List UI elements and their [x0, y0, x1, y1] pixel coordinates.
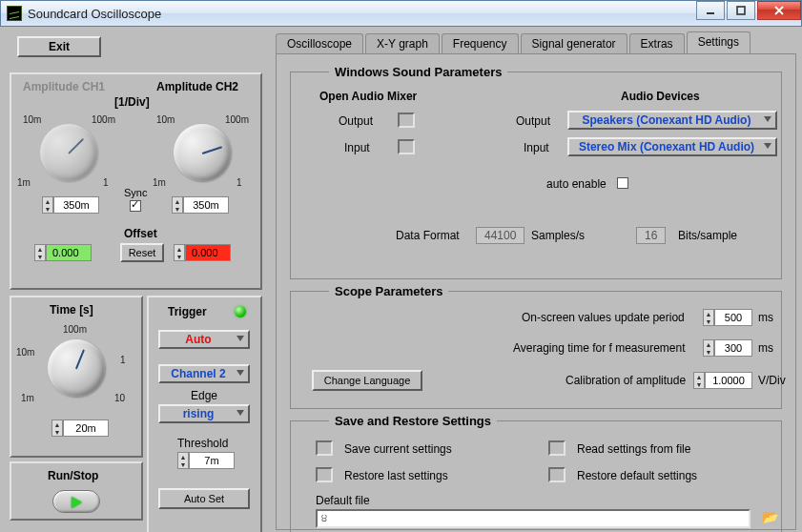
tick: 1 [236, 177, 242, 188]
avg-time-arrows[interactable]: ▲▼ [703, 339, 714, 357]
mixer-output-button[interactable] [398, 113, 415, 128]
tab-oscilloscope[interactable]: Oscilloscope [276, 33, 363, 53]
offset-ch2-arrows[interactable]: ▲▼ [174, 244, 185, 261]
group-scope-params: Scope Parameters On-screen values update… [290, 291, 782, 409]
tick: 10m [156, 114, 175, 125]
vdiv-label: V/Div [758, 374, 786, 387]
minimize-button[interactable] [696, 1, 725, 20]
autoset-button[interactable]: Auto Set [158, 488, 250, 509]
runstop-button[interactable] [52, 490, 100, 513]
ms-1-label: ms [758, 311, 773, 324]
cal-value[interactable] [705, 372, 752, 389]
read-file-button[interactable] [548, 440, 566, 456]
tick: 1 [103, 177, 109, 188]
read-file-label: Read settings from file [577, 442, 690, 456]
amp-ch2-knob[interactable] [174, 124, 231, 181]
trigger-channel-value: Channel 2 [171, 367, 225, 380]
restore-last-label: Restore last settings [344, 469, 448, 482]
bits-field: 16 [636, 227, 666, 244]
device-output-label: Output [516, 114, 550, 128]
restore-default-button[interactable] [548, 467, 566, 482]
app-icon [7, 6, 22, 21]
tick: 1 [120, 355, 126, 365]
group-sound-legend: Windows Sound Parameters [329, 65, 507, 79]
amp-ch1-value[interactable] [53, 196, 99, 214]
save-current-label: Save current settings [344, 442, 452, 456]
input-device-dropdown[interactable]: Stereo Mix (Conexant HD Audio) [567, 137, 777, 156]
tab-frequency[interactable]: Frequency [442, 33, 519, 53]
threshold-value[interactable] [189, 452, 235, 469]
tab-settings[interactable]: Settings [687, 31, 751, 53]
group-scope-legend: Scope Parameters [329, 284, 448, 298]
trigger-edge-value: rising [183, 407, 215, 420]
tab-xy-graph[interactable]: X-Y graph [365, 33, 440, 53]
threshold-spinner-arrows[interactable]: ▲▼ [177, 452, 189, 469]
group-sound-params: Windows Sound Parameters Open Audio Mixe… [290, 72, 782, 279]
ms-2-label: ms [758, 341, 773, 355]
update-period-value[interactable] [714, 309, 752, 326]
close-button[interactable] [757, 1, 801, 20]
avg-time-value[interactable] [714, 339, 752, 357]
open-mixer-label: Open Audio Mixer [319, 90, 417, 103]
amp-ch1-heading: Amplitude CH1 [23, 80, 105, 93]
time-value[interactable] [63, 419, 109, 437]
input-device-value: Stereo Mix (Conexant HD Audio) [579, 140, 754, 153]
titlebar: Soundcard Oscilloscope [0, 0, 802, 27]
time-knob[interactable] [48, 339, 105, 397]
cal-arrows[interactable]: ▲▼ [693, 372, 705, 389]
output-device-value: Speakers (Conexant HD Audio) [583, 113, 751, 127]
tick: 1m [17, 177, 31, 188]
device-input-label: Input [524, 141, 549, 154]
auto-enable-checkbox[interactable] [617, 177, 628, 189]
default-file-label: Default file [316, 494, 370, 507]
tick: 100m [92, 114, 115, 125]
exit-button[interactable]: Exit [17, 36, 101, 57]
samples-s-label: Samples/s [531, 229, 585, 242]
offset-label: Offset [124, 227, 157, 240]
sample-rate-field: 44100 [476, 227, 524, 244]
runstop-panel: Run/Stop [10, 461, 143, 521]
save-current-button[interactable] [316, 440, 333, 456]
tab-extras[interactable]: Extras [629, 33, 685, 53]
offset-ch2-value[interactable] [185, 244, 231, 261]
trigger-led-icon [235, 306, 246, 317]
trigger-panel: Trigger Auto Channel 2 Edge rising Thres… [147, 296, 262, 532]
auto-enable-label: auto enable [546, 177, 607, 191]
settings-tab-body: Windows Sound Parameters Open Audio Mixe… [276, 53, 796, 530]
audio-devices-label: Audio Devices [621, 90, 700, 103]
tick: 100m [225, 114, 249, 125]
default-file-field[interactable]: ੪ [316, 509, 751, 528]
update-period-arrows[interactable]: ▲▼ [703, 309, 714, 326]
trigger-mode-value: Auto [185, 333, 211, 346]
trigger-edge-dropdown[interactable]: rising [158, 404, 250, 423]
amp-ch2-value[interactable] [183, 196, 229, 214]
amp-units: [1/Div] [114, 95, 150, 109]
reset-button[interactable]: Reset [120, 243, 164, 262]
tick: 100m [63, 324, 87, 335]
bits-sample-label: Bits/sample [678, 229, 737, 242]
amp-ch2-spinner-arrows[interactable]: ▲▼ [172, 196, 183, 214]
data-format-label: Data Format [396, 229, 460, 242]
amp-ch1-spinner-arrows[interactable]: ▲▼ [42, 196, 53, 214]
tab-signal-generator[interactable]: Signal generator [521, 33, 627, 53]
tab-strip: Oscilloscope X-Y graph Frequency Signal … [276, 32, 796, 53]
change-language-button[interactable]: Change Language [312, 370, 422, 391]
mixer-output-label: Output [339, 114, 373, 128]
sync-checkbox[interactable] [130, 200, 141, 212]
restore-default-label: Restore default settings [577, 469, 697, 482]
output-device-dropdown[interactable]: Speakers (Conexant HD Audio) [567, 111, 777, 130]
maximize-button[interactable] [727, 1, 755, 20]
cal-label: Calibration of amplitude [566, 374, 686, 387]
mixer-input-button[interactable] [398, 139, 415, 154]
tick: 10 [114, 393, 125, 403]
time-spinner-arrows[interactable]: ▲▼ [51, 419, 63, 437]
chevron-down-icon [236, 410, 244, 416]
trigger-channel-dropdown[interactable]: Channel 2 [158, 364, 250, 383]
restore-last-button[interactable] [316, 467, 333, 482]
folder-open-icon[interactable]: 📂 [762, 509, 778, 524]
offset-ch1-value[interactable] [46, 244, 92, 261]
runstop-heading: Run/Stop [48, 469, 98, 482]
trigger-mode-dropdown[interactable]: Auto [158, 330, 250, 349]
amp-ch1-knob[interactable] [40, 124, 97, 181]
offset-ch1-arrows[interactable]: ▲▼ [34, 244, 46, 261]
